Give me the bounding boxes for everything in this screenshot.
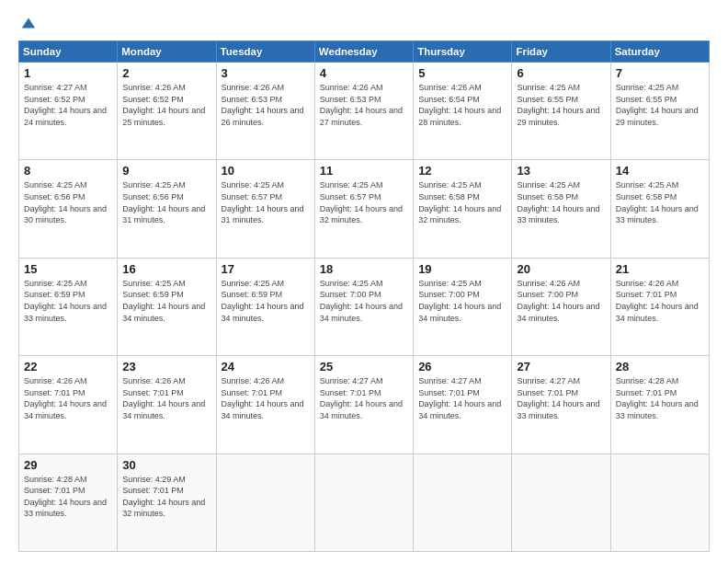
day-info: Sunrise: 4:25 AMSunset: 6:56 PMDaylight:… xyxy=(24,179,112,225)
day-number: 3 xyxy=(222,66,310,80)
day-info: Sunrise: 4:26 AMSunset: 6:53 PMDaylight:… xyxy=(222,82,310,128)
day-number: 15 xyxy=(24,262,112,276)
weekday-header: Monday xyxy=(118,41,216,63)
day-info: Sunrise: 4:27 AMSunset: 7:01 PMDaylight:… xyxy=(320,375,408,421)
day-info: Sunrise: 4:27 AMSunset: 6:52 PMDaylight:… xyxy=(24,82,112,128)
header xyxy=(18,15,710,31)
calendar-cell xyxy=(216,454,314,551)
day-info: Sunrise: 4:25 AMSunset: 6:59 PMDaylight:… xyxy=(222,278,310,324)
calendar-cell: 21Sunrise: 4:26 AMSunset: 7:01 PMDayligh… xyxy=(610,258,709,355)
calendar-cell: 22Sunrise: 4:26 AMSunset: 7:01 PMDayligh… xyxy=(19,356,118,454)
calendar-cell xyxy=(610,454,709,551)
day-number: 2 xyxy=(122,66,210,80)
calendar-week-row: 22Sunrise: 4:26 AMSunset: 7:01 PMDayligh… xyxy=(19,356,710,454)
calendar-cell xyxy=(314,454,413,551)
calendar-table: SundayMondayTuesdayWednesdayThursdayFrid… xyxy=(18,40,710,552)
day-number: 11 xyxy=(320,164,408,178)
day-info: Sunrise: 4:26 AMSunset: 6:54 PMDaylight:… xyxy=(418,82,506,128)
day-number: 20 xyxy=(517,262,605,276)
day-info: Sunrise: 4:25 AMSunset: 6:57 PMDaylight:… xyxy=(222,179,310,225)
calendar-cell: 7Sunrise: 4:25 AMSunset: 6:55 PMDaylight… xyxy=(610,63,709,160)
day-info: Sunrise: 4:25 AMSunset: 7:00 PMDaylight:… xyxy=(418,278,506,324)
day-info: Sunrise: 4:26 AMSunset: 7:01 PMDaylight:… xyxy=(222,375,310,421)
calendar-cell: 26Sunrise: 4:27 AMSunset: 7:01 PMDayligh… xyxy=(414,356,512,454)
day-number: 28 xyxy=(616,360,704,373)
calendar-cell: 20Sunrise: 4:26 AMSunset: 7:00 PMDayligh… xyxy=(512,258,610,355)
calendar-cell: 12Sunrise: 4:25 AMSunset: 6:58 PMDayligh… xyxy=(414,160,512,258)
day-number: 10 xyxy=(222,164,310,178)
day-number: 9 xyxy=(122,164,210,178)
day-number: 13 xyxy=(517,164,605,178)
calendar-header-row: SundayMondayTuesdayWednesdayThursdayFrid… xyxy=(19,41,710,63)
calendar-cell: 9Sunrise: 4:25 AMSunset: 6:56 PMDaylight… xyxy=(118,160,216,258)
svg-marker-0 xyxy=(22,18,35,29)
weekday-header: Wednesday xyxy=(314,41,413,63)
weekday-header: Friday xyxy=(512,41,610,63)
calendar-cell: 2Sunrise: 4:26 AMSunset: 6:52 PMDaylight… xyxy=(118,63,216,160)
day-info: Sunrise: 4:25 AMSunset: 6:59 PMDaylight:… xyxy=(122,278,210,324)
day-info: Sunrise: 4:25 AMSunset: 7:00 PMDaylight:… xyxy=(320,278,408,324)
day-number: 5 xyxy=(418,66,506,80)
calendar-week-row: 15Sunrise: 4:25 AMSunset: 6:59 PMDayligh… xyxy=(19,258,710,355)
day-number: 7 xyxy=(616,66,704,80)
logo xyxy=(18,15,37,31)
day-info: Sunrise: 4:28 AMSunset: 7:01 PMDaylight:… xyxy=(24,474,112,520)
day-number: 30 xyxy=(122,458,210,472)
day-number: 22 xyxy=(24,360,112,373)
logo-text xyxy=(18,15,37,31)
calendar-cell: 23Sunrise: 4:26 AMSunset: 7:01 PMDayligh… xyxy=(118,356,216,454)
day-number: 1 xyxy=(24,66,112,80)
calendar-cell: 3Sunrise: 4:26 AMSunset: 6:53 PMDaylight… xyxy=(216,63,314,160)
calendar-cell: 6Sunrise: 4:25 AMSunset: 6:55 PMDaylight… xyxy=(512,63,610,160)
calendar-week-row: 8Sunrise: 4:25 AMSunset: 6:56 PMDaylight… xyxy=(19,160,710,258)
calendar-cell: 10Sunrise: 4:25 AMSunset: 6:57 PMDayligh… xyxy=(216,160,314,258)
calendar-cell: 28Sunrise: 4:28 AMSunset: 7:01 PMDayligh… xyxy=(610,356,709,454)
day-info: Sunrise: 4:27 AMSunset: 7:01 PMDaylight:… xyxy=(517,375,605,421)
day-number: 21 xyxy=(616,262,704,276)
calendar-week-row: 29Sunrise: 4:28 AMSunset: 7:01 PMDayligh… xyxy=(19,454,710,551)
day-info: Sunrise: 4:25 AMSunset: 6:55 PMDaylight:… xyxy=(517,82,605,128)
calendar-cell: 24Sunrise: 4:26 AMSunset: 7:01 PMDayligh… xyxy=(216,356,314,454)
day-number: 27 xyxy=(517,360,605,373)
day-info: Sunrise: 4:26 AMSunset: 7:01 PMDaylight:… xyxy=(24,375,112,421)
calendar-cell: 5Sunrise: 4:26 AMSunset: 6:54 PMDaylight… xyxy=(414,63,512,160)
weekday-header: Saturday xyxy=(610,41,709,63)
calendar-cell: 18Sunrise: 4:25 AMSunset: 7:00 PMDayligh… xyxy=(314,258,413,355)
day-number: 23 xyxy=(122,360,210,373)
day-info: Sunrise: 4:26 AMSunset: 6:52 PMDaylight:… xyxy=(122,82,210,128)
weekday-header: Sunday xyxy=(19,41,118,63)
day-info: Sunrise: 4:25 AMSunset: 6:59 PMDaylight:… xyxy=(24,278,112,324)
day-info: Sunrise: 4:27 AMSunset: 7:01 PMDaylight:… xyxy=(418,375,506,421)
day-info: Sunrise: 4:25 AMSunset: 6:58 PMDaylight:… xyxy=(616,179,704,225)
logo-icon xyxy=(20,15,37,31)
day-info: Sunrise: 4:26 AMSunset: 7:01 PMDaylight:… xyxy=(616,278,704,324)
day-number: 4 xyxy=(320,66,408,80)
weekday-header: Tuesday xyxy=(216,41,314,63)
day-info: Sunrise: 4:25 AMSunset: 6:57 PMDaylight:… xyxy=(320,179,408,225)
day-number: 12 xyxy=(418,164,506,178)
calendar-cell xyxy=(414,454,512,551)
day-number: 16 xyxy=(122,262,210,276)
calendar-cell: 19Sunrise: 4:25 AMSunset: 7:00 PMDayligh… xyxy=(414,258,512,355)
calendar-cell: 1Sunrise: 4:27 AMSunset: 6:52 PMDaylight… xyxy=(19,63,118,160)
calendar-cell: 11Sunrise: 4:25 AMSunset: 6:57 PMDayligh… xyxy=(314,160,413,258)
day-number: 17 xyxy=(222,262,310,276)
calendar-cell: 29Sunrise: 4:28 AMSunset: 7:01 PMDayligh… xyxy=(19,454,118,551)
day-info: Sunrise: 4:25 AMSunset: 6:58 PMDaylight:… xyxy=(517,179,605,225)
day-number: 24 xyxy=(222,360,310,373)
day-number: 18 xyxy=(320,262,408,276)
day-number: 6 xyxy=(517,66,605,80)
calendar-cell: 30Sunrise: 4:29 AMSunset: 7:01 PMDayligh… xyxy=(118,454,216,551)
day-info: Sunrise: 4:25 AMSunset: 6:55 PMDaylight:… xyxy=(616,82,704,128)
day-info: Sunrise: 4:26 AMSunset: 6:53 PMDaylight:… xyxy=(320,82,408,128)
calendar-cell: 14Sunrise: 4:25 AMSunset: 6:58 PMDayligh… xyxy=(610,160,709,258)
calendar-cell xyxy=(512,454,610,551)
day-number: 8 xyxy=(24,164,112,178)
day-info: Sunrise: 4:25 AMSunset: 6:58 PMDaylight:… xyxy=(418,179,506,225)
calendar-cell: 15Sunrise: 4:25 AMSunset: 6:59 PMDayligh… xyxy=(19,258,118,355)
day-number: 26 xyxy=(418,360,506,373)
day-info: Sunrise: 4:29 AMSunset: 7:01 PMDaylight:… xyxy=(122,474,210,520)
day-number: 19 xyxy=(418,262,506,276)
day-number: 14 xyxy=(616,164,704,178)
weekday-header: Thursday xyxy=(414,41,512,63)
